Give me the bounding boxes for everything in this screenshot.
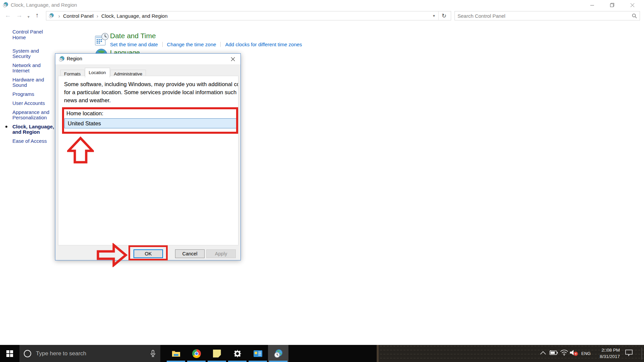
back-icon[interactable]: ← xyxy=(5,11,11,19)
cancel-button[interactable]: Cancel xyxy=(175,249,205,258)
apply-button[interactable]: Apply xyxy=(206,249,236,258)
dialog-close-icon xyxy=(231,57,235,61)
taskbar-file-explorer[interactable] xyxy=(166,345,186,362)
link-separator xyxy=(220,42,221,47)
minimize-icon xyxy=(590,3,594,7)
settings-gear-icon xyxy=(233,349,242,358)
breadcrumb-separator: › xyxy=(97,13,98,19)
link-separator xyxy=(162,42,163,47)
sidebar: Control Panel Home System and Security N… xyxy=(12,29,57,147)
sidebar-item-programs[interactable]: Programs xyxy=(12,92,57,97)
dialog-close-button[interactable] xyxy=(229,56,236,62)
breadcrumb-icon xyxy=(49,13,54,18)
taskbar-search-input[interactable] xyxy=(36,350,150,357)
windows-logo-icon xyxy=(6,350,13,357)
taskbar-artifact-seam xyxy=(377,345,379,362)
annotation-box-home-location xyxy=(62,107,238,134)
taskbar-settings[interactable] xyxy=(227,345,248,362)
region-dialog-icon xyxy=(59,56,65,62)
region-globe-clock-icon xyxy=(274,349,283,358)
dialog-title: Region xyxy=(67,56,82,61)
start-button[interactable] xyxy=(0,345,19,362)
mute-badge: ✕ xyxy=(574,352,578,356)
tray-battery-icon[interactable] xyxy=(549,350,558,355)
sidebar-item-network-internet[interactable]: Network and Internet xyxy=(12,63,57,73)
show-desktop-divider[interactable] xyxy=(642,348,642,360)
search-input[interactable] xyxy=(458,13,632,19)
breadcrumb-separator: › xyxy=(58,13,60,19)
restore-icon xyxy=(610,3,614,7)
running-indicator xyxy=(269,361,287,362)
window-titlebar: Clock, Language, and Region xyxy=(0,0,644,10)
taskbar-chrome[interactable] xyxy=(186,345,207,362)
annotation-box-ok xyxy=(128,245,168,260)
refresh-icon[interactable]: ↻ xyxy=(438,11,449,20)
link-change-time-zone[interactable]: Change the time zone xyxy=(167,42,216,47)
sidebar-item-appearance[interactable]: Appearance and Personalization xyxy=(12,110,57,120)
microphone-icon[interactable] xyxy=(150,350,156,357)
breadcrumb-control-panel[interactable]: Control Panel xyxy=(63,13,94,19)
control-panel-searchbox[interactable] xyxy=(454,11,640,20)
sidebar-item-hardware-sound[interactable]: Hardware and Sound xyxy=(12,77,57,88)
search-icon xyxy=(632,13,637,18)
running-indicator xyxy=(208,361,226,362)
date-time-links: Set the time and date Change the time zo… xyxy=(110,42,302,47)
dialog-titlebar[interactable]: Region xyxy=(55,54,240,64)
description-line: Some software, including Windows, may pr… xyxy=(64,80,238,88)
taskbar-region-window[interactable] xyxy=(268,345,288,362)
sidebar-item-ease-of-access[interactable]: Ease of Access xyxy=(12,138,57,144)
minimize-button[interactable] xyxy=(584,0,600,10)
control-panel-icon xyxy=(253,350,263,357)
tray-date: 8/31/2017 xyxy=(591,353,620,360)
taskbar-control-panel[interactable] xyxy=(248,345,268,362)
close-button[interactable] xyxy=(625,0,640,10)
tray-clock[interactable]: 2□08 PM 8/31/2017 xyxy=(591,347,620,360)
recent-pages-chevron-icon[interactable]: ▾ xyxy=(28,13,30,21)
navigation-toolbar: ← → ▾ ↑ › Control Panel › Clock, Languag… xyxy=(0,10,644,21)
window-title: Clock, Language, and Region xyxy=(11,2,77,8)
tray-chevron-up-icon[interactable] xyxy=(539,351,547,355)
annotation-arrow-up xyxy=(67,136,94,164)
close-icon xyxy=(631,3,634,7)
action-center-icon[interactable] xyxy=(625,349,633,356)
file-explorer-icon xyxy=(172,350,180,357)
running-indicator xyxy=(249,361,267,362)
link-add-clocks[interactable]: Add clocks for different time zones xyxy=(225,42,302,47)
address-dropdown-icon[interactable]: ▾ xyxy=(430,13,438,18)
taskbar-sticky-notes[interactable] xyxy=(207,345,227,362)
description-line: for a particular location. Some services… xyxy=(64,88,238,96)
sidebar-control-panel-home[interactable]: Control Panel Home xyxy=(12,29,57,40)
tray-language-indicator[interactable]: ENG xyxy=(581,351,591,356)
up-icon[interactable]: ↑ xyxy=(36,11,39,19)
restore-button[interactable] xyxy=(604,0,620,10)
section-title-date-and-time: Date and Time xyxy=(110,32,156,40)
sidebar-item-system-security[interactable]: System and Security xyxy=(12,48,57,59)
tab-location[interactable]: Location xyxy=(85,68,110,77)
tray-wifi-icon[interactable] xyxy=(560,349,569,356)
forward-icon[interactable]: → xyxy=(16,11,22,19)
sidebar-item-clock-language-region[interactable]: Clock, Language, and Region xyxy=(12,124,57,135)
date-and-time-icon xyxy=(95,33,109,47)
taskbar xyxy=(0,345,644,362)
tray-volume-muted-icon[interactable]: ✕ xyxy=(569,349,579,356)
running-indicator xyxy=(167,361,185,362)
taskbar-searchbox[interactable] xyxy=(19,345,160,362)
annotation-arrow-right xyxy=(96,243,128,267)
tray-time: 2□08 PM xyxy=(591,347,620,353)
breadcrumb-current-page[interactable]: Clock, Language, and Region xyxy=(101,13,168,19)
chrome-icon xyxy=(192,349,201,358)
address-bar[interactable]: › Control Panel › Clock, Language, and R… xyxy=(46,11,451,20)
dialog-description: Some software, including Windows, may pr… xyxy=(64,80,238,104)
description-line: news and weather. xyxy=(64,96,238,104)
sticky-note-icon xyxy=(213,350,221,358)
sidebar-item-user-accounts[interactable]: User Accounts xyxy=(12,101,57,106)
running-indicator xyxy=(187,361,206,362)
active-item-bullet xyxy=(5,126,7,128)
running-indicator xyxy=(228,361,247,362)
app-icon xyxy=(3,2,8,8)
cortana-icon xyxy=(24,350,31,357)
link-set-time-and-date[interactable]: Set the time and date xyxy=(110,42,158,47)
sidebar-item-label: Clock, Language, and Region xyxy=(12,124,54,135)
